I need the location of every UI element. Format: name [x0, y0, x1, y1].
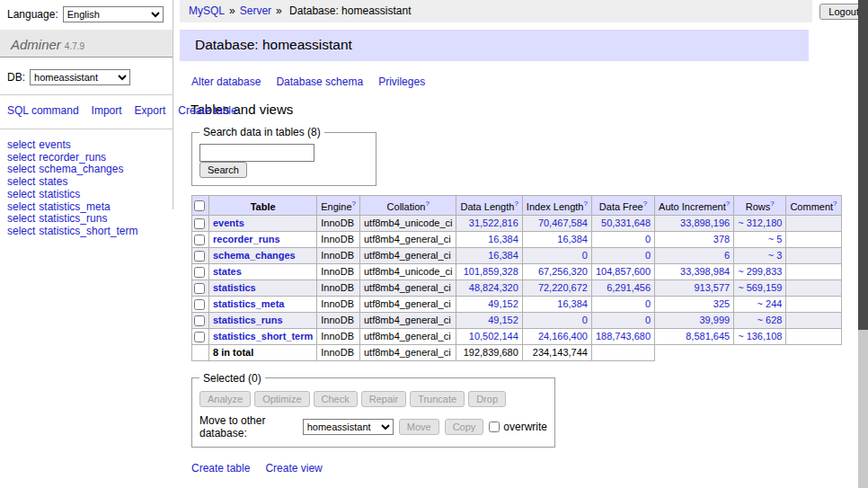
data-length-link[interactable]: 48,824,320 [469, 282, 518, 293]
auto-increment-link[interactable]: 33,898,196 [680, 217, 730, 228]
bulk-action-button[interactable]: Check [314, 391, 358, 407]
data-length-link[interactable]: 49,152 [488, 298, 518, 309]
data-length-link[interactable]: 16,384 [488, 250, 518, 261]
table-name-link[interactable]: statistics_meta [213, 298, 285, 309]
rows-count-link[interactable]: ~ 136,108 [738, 331, 782, 342]
select-link[interactable]: select [7, 200, 35, 213]
db-action-link[interactable]: Database schema [276, 75, 363, 88]
adminer-home-link[interactable]: Adminer [11, 37, 61, 52]
select-link[interactable]: select [7, 163, 35, 175]
bulk-action-button[interactable]: Repair [361, 391, 406, 407]
sidebar-table-link[interactable]: statistics_meta [39, 200, 110, 213]
create-link[interactable]: Create view [265, 462, 322, 475]
rows-count-link[interactable]: ~ 3 [768, 250, 783, 261]
sidebar-table-link[interactable]: recorder_runs [39, 151, 106, 164]
data-free-link[interactable]: 0 [645, 234, 651, 244]
data-free-link[interactable]: 0 [645, 315, 651, 325]
breadcrumb-link[interactable]: Server [240, 4, 271, 17]
bulk-action-button[interactable]: Optimize [254, 391, 309, 407]
rows-count-link[interactable]: ~ 312,180 [738, 217, 782, 228]
auto-increment-link[interactable]: 6 [724, 250, 730, 261]
overwrite-option[interactable]: overwrite [489, 421, 547, 433]
sidebar-table-link[interactable]: statistics [39, 188, 80, 200]
db-action-link[interactable]: Alter database [191, 75, 261, 88]
auto-increment-link[interactable]: 8,581,645 [686, 331, 730, 342]
sidebar-table-link[interactable]: statistics_short_term [39, 225, 137, 237]
auto-increment-link[interactable]: 33,398,984 [680, 266, 730, 277]
sidebar-table-link[interactable]: events [39, 138, 70, 151]
data-length-link[interactable]: 16,384 [488, 234, 518, 244]
scrollbar-thumb[interactable] [858, 0, 868, 330]
table-name-link[interactable]: statistics [213, 282, 256, 293]
move-button[interactable]: Move [399, 419, 439, 435]
table-name-link[interactable]: states [213, 266, 242, 277]
table-name-link[interactable]: schema_changes [213, 250, 296, 261]
rows-count-link[interactable]: ~ 244 [757, 298, 783, 309]
data-length-link[interactable]: 10,502,144 [469, 331, 518, 342]
rows-count-link[interactable]: ~ 299,833 [738, 266, 782, 277]
language-select[interactable]: English [63, 6, 164, 22]
column-help-link[interactable]: ? [425, 200, 429, 208]
row-checkbox[interactable] [194, 218, 205, 229]
db-select[interactable]: homeassistant [30, 69, 130, 85]
data-length-link[interactable]: 49,152 [488, 315, 518, 325]
bulk-action-button[interactable]: Drop [468, 391, 506, 407]
auto-increment-link[interactable]: 39,999 [700, 315, 731, 325]
bulk-action-button[interactable]: Analyze [199, 391, 251, 407]
sidebar-table-link[interactable]: schema_changes [39, 163, 123, 175]
column-help-link[interactable]: ? [770, 200, 774, 208]
index-length-link[interactable]: 16,384 [557, 298, 588, 309]
sidebar-table-link[interactable]: statistics_runs [39, 212, 107, 225]
auto-increment-link[interactable]: 378 [713, 234, 730, 244]
bulk-action-button[interactable]: Truncate [410, 391, 465, 407]
column-help-link[interactable]: ? [726, 200, 730, 208]
data-free-link[interactable]: 0 [645, 250, 651, 261]
row-checkbox[interactable] [194, 267, 205, 278]
rows-count-link[interactable]: ~ 569,159 [738, 282, 782, 293]
column-help-link[interactable]: ? [643, 200, 647, 208]
breadcrumb-link[interactable]: MySQL [189, 4, 225, 17]
column-help-link[interactable]: ? [514, 200, 518, 208]
auto-increment-link[interactable]: 325 [713, 298, 730, 309]
select-link[interactable]: select [7, 175, 35, 188]
scrollbar[interactable] [858, 0, 868, 488]
column-help-link[interactable]: ? [833, 200, 837, 208]
select-link[interactable]: select [7, 151, 35, 164]
search-input[interactable] [199, 144, 314, 162]
sidebar-menu-link[interactable]: Create table [178, 104, 236, 117]
data-free-link[interactable]: 6,291,456 [607, 282, 651, 293]
overwrite-checkbox[interactable] [489, 421, 500, 432]
select-all-checkbox[interactable] [194, 200, 205, 211]
index-length-link[interactable]: 72,220,672 [538, 282, 588, 293]
table-name-link[interactable]: statistics_short_term [213, 331, 313, 342]
index-length-link[interactable]: 70,467,584 [538, 217, 588, 228]
sidebar-menu-link[interactable]: Export [135, 104, 166, 117]
select-link[interactable]: select [7, 188, 35, 200]
rows-count-link[interactable]: ~ 628 [757, 315, 783, 325]
index-length-link[interactable]: 24,166,400 [538, 331, 588, 342]
row-checkbox[interactable] [194, 251, 205, 262]
table-name-link[interactable]: events [213, 217, 244, 228]
create-link[interactable]: Create table [191, 462, 250, 475]
row-checkbox[interactable] [194, 332, 205, 342]
index-length-link[interactable]: 67,256,320 [538, 266, 588, 277]
auto-increment-link[interactable]: 913,577 [694, 282, 730, 293]
index-length-link[interactable]: 0 [582, 315, 588, 325]
row-checkbox[interactable] [194, 235, 205, 245]
data-length-link[interactable]: 101,859,328 [464, 266, 518, 277]
index-length-link[interactable]: 0 [582, 250, 588, 261]
row-checkbox[interactable] [194, 283, 205, 294]
data-length-link[interactable]: 31,522,816 [469, 217, 518, 228]
rows-count-link[interactable]: ~ 5 [768, 234, 783, 244]
select-link[interactable]: select [7, 138, 35, 151]
sidebar-table-link[interactable]: states [39, 175, 67, 188]
table-name-link[interactable]: recorder_runs [213, 234, 280, 244]
db-action-link[interactable]: Privileges [378, 75, 425, 88]
move-db-select[interactable]: homeassistant [303, 419, 394, 435]
column-help-link[interactable]: ? [583, 200, 587, 208]
sidebar-menu-link[interactable]: SQL command [7, 104, 79, 117]
column-help-link[interactable]: ? [352, 200, 356, 208]
table-name-link[interactable]: statistics_runs [213, 315, 283, 325]
search-button[interactable]: Search [199, 162, 247, 178]
data-free-link[interactable]: 188,743,680 [596, 331, 651, 342]
